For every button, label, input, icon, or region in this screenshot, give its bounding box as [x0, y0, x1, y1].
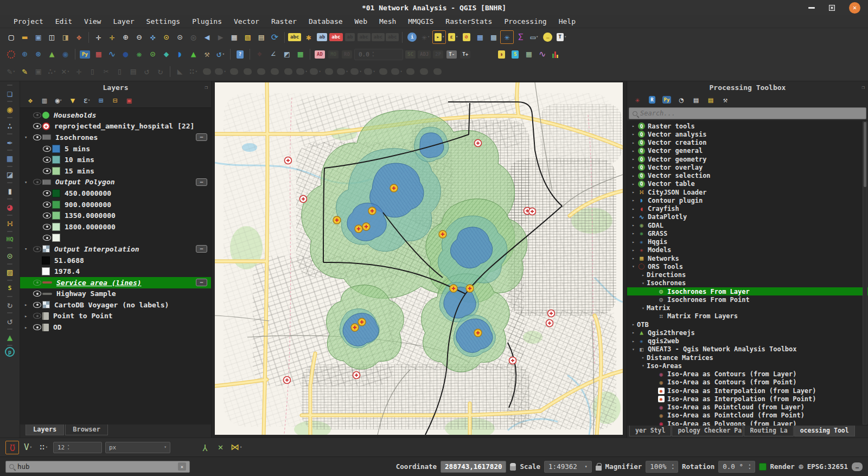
- sld4raster-button[interactable]: S: [508, 48, 522, 61]
- statistics-summary-button[interactable]: Σ: [514, 30, 527, 44]
- toolbox-item-networks[interactable]: ▸▦Networks: [627, 254, 868, 262]
- toolbox-item-vector-creation[interactable]: ▸QVector creation: [627, 139, 868, 147]
- expander-icon[interactable]: ▸: [630, 223, 637, 228]
- open-project-button[interactable]: ▬: [18, 30, 31, 44]
- toolbox-item-vector-geometry[interactable]: ▸QVector geometry: [627, 155, 868, 163]
- toolbox-item-iso-area-as-polygons-from-layer[interactable]: ◉Iso-Area as Polygons (from Layer): [627, 420, 868, 426]
- undo-panel-button[interactable]: ↺▾: [214, 48, 227, 61]
- layer-labeling-button[interactable]: abc: [288, 30, 302, 44]
- bucket-plugin-button[interactable]: ▮: [7, 182, 12, 197]
- histogram-tool-button[interactable]: [549, 48, 563, 61]
- expander-icon[interactable]: ▸: [630, 198, 637, 203]
- open-layer-styling-button[interactable]: ❖: [24, 94, 36, 106]
- visibility-eye-icon[interactable]: [42, 223, 52, 231]
- delete-selected-button[interactable]: ▯: [86, 65, 99, 79]
- osm-editor-plugin-button[interactable]: ▨: [7, 263, 12, 278]
- expander-icon[interactable]: ▸: [630, 215, 637, 220]
- expander-icon[interactable]: ▸: [24, 325, 32, 330]
- text-bigger-button[interactable]: T+: [458, 48, 472, 61]
- toolbox-item-vector-overlay[interactable]: ▸QVector overlay: [627, 163, 868, 171]
- layer-item-10-mins[interactable]: 10 mins: [20, 154, 211, 165]
- rotation-spinner[interactable]: 0.0 °▴▾: [718, 461, 755, 473]
- visibility-eye-icon[interactable]: [42, 201, 52, 209]
- snapping-intersection-button[interactable]: ✕: [214, 441, 227, 454]
- models-menu-button[interactable]: ✳: [631, 94, 643, 106]
- pan-to-selection-button[interactable]: ✛: [105, 30, 119, 44]
- visibility-eye-icon[interactable]: [42, 145, 52, 153]
- layer-item-51-0688[interactable]: 51.0688: [20, 255, 211, 266]
- open-attribute-table-button[interactable]: ▦: [473, 30, 487, 44]
- zoom-to-selection-button[interactable]: ⊙: [159, 30, 173, 44]
- memory-layer-indicator[interactable]: ⋯: [196, 178, 207, 186]
- save-edits-button[interactable]: ▣: [31, 65, 45, 79]
- split-parts-button[interactable]: [227, 65, 241, 79]
- expander-icon[interactable]: ▾: [24, 179, 32, 185]
- pan-map-button[interactable]: ✛: [92, 30, 105, 44]
- toolbox-item-iso-area-as-interpolation-from-layer[interactable]: ◉Iso-Area as Interpolation (from Layer): [627, 387, 868, 395]
- python-scripts-button[interactable]: Py: [661, 94, 673, 106]
- rotate-feature-button[interactable]: [268, 65, 282, 79]
- python-console-button[interactable]: Py: [78, 48, 92, 61]
- hardware-plugin-button[interactable]: ▦: [7, 150, 12, 164]
- layer-item-15-mins[interactable]: 15 mins: [20, 165, 211, 177]
- processing-toolbox-toggle-button[interactable]: ✳: [500, 30, 514, 44]
- layer-item-1350-0000000[interactable]: 1350.0000000: [20, 210, 211, 221]
- layer-item-5-mins[interactable]: 5 mins: [20, 143, 211, 155]
- move-feature-button[interactable]: ✛: [72, 65, 86, 79]
- menu-processing[interactable]: Processing: [498, 16, 552, 27]
- zoom-last-button[interactable]: ◀: [200, 30, 214, 44]
- delete-ring-button[interactable]: ▾: [336, 65, 349, 79]
- save-project-button[interactable]: ▣: [31, 30, 45, 44]
- style-manager-button[interactable]: ❖: [72, 30, 86, 44]
- visibility-eye-icon[interactable]: [42, 234, 52, 242]
- layer-diagram-button[interactable]: ✱: [302, 30, 315, 44]
- toolbox-item-gdal[interactable]: ▸◉GDAL: [627, 221, 868, 229]
- menu-mmqgis[interactable]: MMQGIS: [402, 16, 439, 27]
- edit-in-place-button[interactable]: ▤: [705, 94, 717, 106]
- expander-icon[interactable]: ▸: [630, 182, 637, 186]
- expander-icon[interactable]: ▸: [630, 124, 637, 128]
- merge-features-button[interactable]: [241, 65, 254, 79]
- zoom-in-button[interactable]: ⊕: [119, 30, 132, 44]
- mode-sc-button[interactable]: SC: [404, 48, 417, 61]
- trim-extend-button[interactable]: ▾: [390, 65, 404, 79]
- expander-icon[interactable]: ▸: [640, 355, 647, 360]
- new-map-view-button[interactable]: ▦: [227, 30, 241, 44]
- pouch-plugin-button[interactable]: ◪: [7, 166, 12, 181]
- toolbox-item-iso-area-as-contours-from-point[interactable]: ◉Iso-Area as Contours (from Point): [627, 378, 868, 387]
- add-ring-button[interactable]: ▾: [295, 65, 309, 79]
- hqgis-plugin-button[interactable]: HQ: [6, 231, 13, 246]
- add-line-feature-button[interactable]: ✕▾: [59, 65, 72, 79]
- visibility-eye-icon[interactable]: [42, 211, 52, 220]
- simplify-feature-button[interactable]: [282, 65, 295, 79]
- expander-icon[interactable]: ▸: [630, 240, 637, 245]
- menu-raster[interactable]: Raster: [265, 16, 303, 27]
- visibility-eye-icon[interactable]: [42, 189, 52, 197]
- r-scripts-button[interactable]: R: [646, 94, 658, 106]
- filter-legend-button[interactable]: ▼: [67, 94, 79, 106]
- visibility-eye-icon[interactable]: [42, 156, 52, 164]
- tab-yer-styl[interactable]: yer Styl: [629, 426, 671, 436]
- toolbox-item-contour-plugin[interactable]: ▸◗Contour plugin: [627, 196, 868, 204]
- menu-database[interactable]: Database: [303, 16, 349, 27]
- new-project-button[interactable]: ▢: [4, 30, 18, 44]
- topology-checker-button[interactable]: ◩: [280, 48, 293, 61]
- menu-view[interactable]: View: [78, 16, 107, 27]
- toolbox-scrollbar[interactable]: [863, 121, 867, 424]
- lock-scale-icon[interactable]: [596, 466, 602, 471]
- cut-features-button[interactable]: ✂: [99, 65, 113, 79]
- self-snapping-button[interactable]: ⋈▾: [229, 441, 243, 454]
- magnifier-spinner[interactable]: 100%▴▾: [646, 461, 678, 473]
- chart-plugin-button[interactable]: ∺: [7, 215, 12, 229]
- visibility-eye-icon[interactable]: [32, 301, 42, 309]
- expand-all-button[interactable]: ⊞: [95, 94, 107, 106]
- clear-search-icon[interactable]: ✕: [178, 462, 186, 471]
- osm-place-search-button[interactable]: ◉: [59, 48, 72, 61]
- layer-item-point-to-point[interactable]: ▸Point to Point: [20, 311, 211, 322]
- help-contents-button[interactable]: ?: [233, 48, 247, 61]
- current-edits-button[interactable]: ✎▾: [4, 65, 18, 79]
- toolbox-item-distance-matrices[interactable]: ▸Distance Matrices: [627, 353, 868, 362]
- locator-search[interactable]: ✕: [5, 461, 190, 473]
- menu-help[interactable]: Help: [553, 16, 582, 27]
- close-button[interactable]: ✕: [849, 2, 860, 14]
